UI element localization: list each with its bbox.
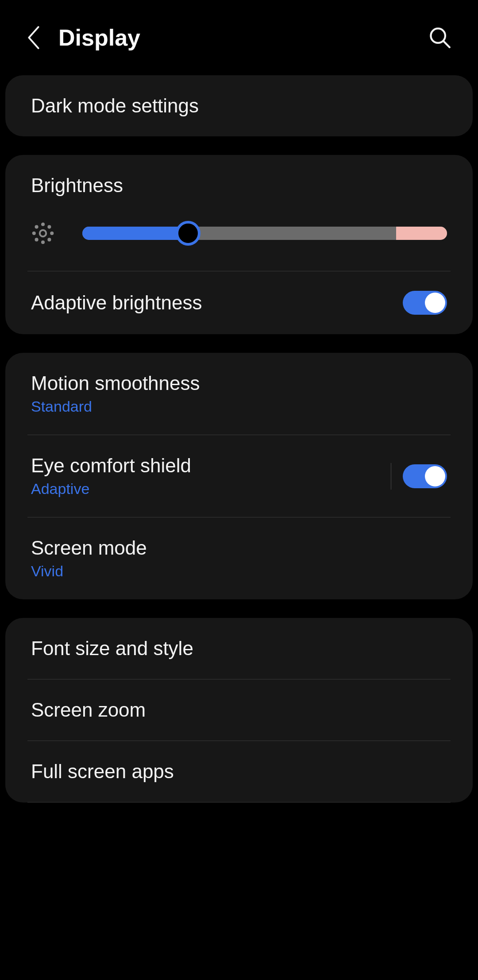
toggle-divider [391,463,391,490]
card-brightness: Brightness [5,155,473,334]
brightness-label: Brightness [31,174,447,197]
screen-zoom-label: Screen zoom [31,699,447,721]
motion-smoothness-label: Motion smoothness [31,372,447,394]
row-full-screen-apps[interactable]: Full screen apps [5,741,473,802]
card-layout: Font size and style Screen zoom Full scr… [5,618,473,803]
card-display-modes: Motion smoothness Standard Eye comfort s… [5,353,473,599]
row-adaptive-brightness[interactable]: Adaptive brightness [5,271,473,334]
font-size-style-label: Font size and style [31,637,447,660]
svg-point-7 [36,226,38,228]
svg-point-2 [40,230,46,236]
brightness-slider-row [31,221,447,245]
brightness-slider-fill [82,227,188,240]
divider [27,802,451,803]
brightness-slider-warn-zone [396,227,447,240]
toggle-knob [425,293,445,313]
back-chevron-icon [27,26,41,50]
search-button[interactable] [428,26,451,49]
brightness-icon [31,221,55,245]
svg-point-4 [42,241,44,243]
svg-point-10 [48,239,50,240]
brightness-slider-thumb[interactable] [176,221,200,246]
dark-mode-label: Dark mode settings [31,95,447,117]
back-button[interactable] [27,26,41,50]
row-screen-zoom[interactable]: Screen zoom [5,679,473,741]
search-icon [428,26,451,49]
row-dark-mode-settings[interactable]: Dark mode settings [5,75,473,136]
row-font-size-style[interactable]: Font size and style [5,618,473,679]
eye-comfort-label: Eye comfort shield [31,455,391,477]
screen-mode-label: Screen mode [31,537,447,559]
svg-point-6 [51,232,53,234]
brightness-slider[interactable] [82,227,447,240]
eye-comfort-toggle[interactable] [403,464,447,488]
svg-point-5 [33,232,35,234]
row-eye-comfort-shield[interactable]: Eye comfort shield Adaptive [5,435,473,517]
motion-smoothness-value: Standard [31,398,447,415]
toggle-knob [425,466,445,486]
full-screen-apps-label: Full screen apps [31,760,447,783]
header: Display [0,0,478,75]
screen-mode-value: Vivid [31,563,447,580]
adaptive-brightness-label: Adaptive brightness [31,292,403,314]
svg-point-8 [48,226,50,228]
page-title: Display [58,24,411,51]
brightness-block: Brightness [5,155,473,271]
svg-line-1 [443,41,450,47]
card-dark-mode: Dark mode settings [5,75,473,136]
eye-comfort-value: Adaptive [31,480,391,498]
row-motion-smoothness[interactable]: Motion smoothness Standard [5,353,473,435]
svg-point-9 [36,239,38,240]
svg-point-3 [42,224,44,225]
adaptive-brightness-toggle[interactable] [403,291,447,315]
row-screen-mode[interactable]: Screen mode Vivid [5,517,473,599]
